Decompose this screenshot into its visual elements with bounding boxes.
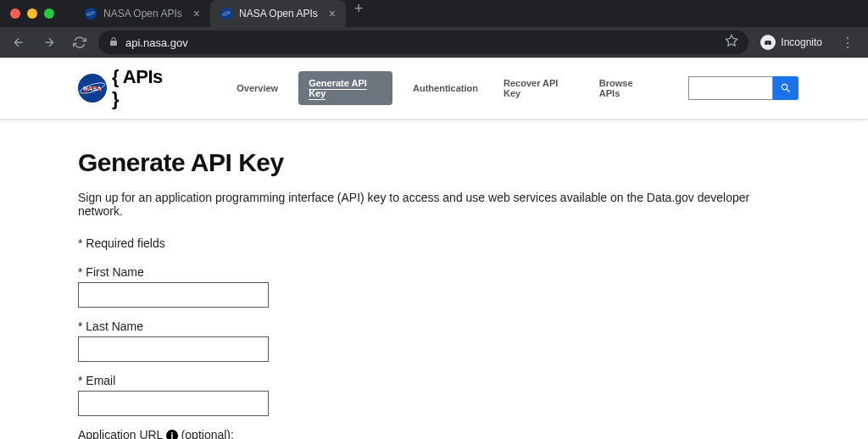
page-title: Generate API Key: [78, 148, 790, 177]
nasa-logo-icon: NASA: [78, 74, 107, 103]
info-icon[interactable]: i: [166, 430, 178, 439]
first-name-label: * First Name: [78, 265, 790, 279]
close-tab-icon[interactable]: ×: [193, 7, 200, 20]
tabs: NASA Open APIs × NASA Open APIs × +: [75, 0, 372, 27]
new-tab-button[interactable]: +: [346, 0, 372, 27]
incognito-label: Incognito: [781, 36, 822, 48]
svg-point-5: [765, 42, 768, 45]
first-name-input[interactable]: [78, 282, 269, 308]
minimize-window-button[interactable]: [27, 8, 37, 19]
forward-button[interactable]: [37, 31, 61, 54]
address-bar: api.nasa.gov Incognito ⋮: [0, 27, 868, 58]
search-group: [688, 76, 798, 100]
field-last-name: * Last Name: [78, 320, 790, 362]
main-content: Generate API Key Sign up for an applicat…: [70, 119, 798, 439]
last-name-label: * Last Name: [78, 320, 790, 333]
lock-icon: [108, 35, 119, 50]
close-tab-icon[interactable]: ×: [329, 7, 336, 20]
site-header: NASA { APIs } Overview Generate API Key …: [0, 58, 868, 119]
field-first-name: * First Name: [78, 265, 790, 308]
nav-authentication[interactable]: Authentication: [408, 76, 483, 100]
bookmark-star-icon[interactable]: [725, 34, 738, 51]
page-description: Sign up for an application programming i…: [78, 191, 790, 218]
main-nav: Overview Generate API Key Authentication…: [231, 71, 798, 105]
search-button[interactable]: [773, 76, 798, 100]
email-label: * Email: [78, 374, 790, 387]
window-controls: [7, 8, 61, 19]
nav-generate-api-key[interactable]: Generate API Key: [298, 71, 392, 105]
app-url-label: Application URL i (optional):: [78, 428, 790, 439]
nasa-favicon-icon: [85, 8, 97, 19]
url-input[interactable]: api.nasa.gov: [98, 31, 748, 54]
field-email: * Email: [78, 374, 790, 416]
nav-recover-api-key[interactable]: Recover API Key: [498, 71, 579, 105]
incognito-indicator[interactable]: Incognito: [755, 35, 827, 50]
close-window-button[interactable]: [10, 8, 20, 19]
back-button[interactable]: [7, 31, 31, 54]
incognito-icon: [760, 35, 776, 50]
tab-title: NASA Open APIs: [239, 8, 318, 19]
app-url-label-post: (optional):: [181, 428, 234, 439]
svg-point-6: [768, 42, 771, 45]
email-input[interactable]: [78, 391, 269, 416]
svg-marker-4: [726, 35, 737, 46]
app-url-label-pre: Application URL: [78, 428, 163, 439]
nasa-favicon-icon: [220, 8, 232, 19]
last-name-input[interactable]: [78, 336, 269, 362]
field-app-url: Application URL i (optional):: [78, 428, 790, 439]
search-icon: [780, 82, 792, 94]
nav-overview[interactable]: Overview: [231, 76, 283, 100]
url-text: api.nasa.gov: [125, 36, 188, 49]
reload-button[interactable]: [68, 31, 92, 54]
tab-bar: NASA Open APIs × NASA Open APIs × +: [0, 0, 868, 27]
site-logo[interactable]: NASA { APIs }: [78, 66, 172, 110]
nav-browse-apis[interactable]: Browse APIs: [594, 71, 658, 105]
maximize-window-button[interactable]: [44, 8, 54, 19]
browser-chrome: NASA Open APIs × NASA Open APIs × +: [0, 0, 868, 58]
required-fields-note: * Required fields: [78, 236, 790, 250]
tab-title: NASA Open APIs: [103, 8, 182, 19]
tab-inactive[interactable]: NASA Open APIs ×: [75, 0, 210, 27]
browser-menu-button[interactable]: ⋮: [834, 35, 861, 51]
search-input[interactable]: [688, 76, 773, 100]
logo-text: { APIs }: [112, 66, 172, 110]
page-content: NASA { APIs } Overview Generate API Key …: [0, 58, 868, 439]
tab-active[interactable]: NASA Open APIs ×: [210, 0, 346, 27]
